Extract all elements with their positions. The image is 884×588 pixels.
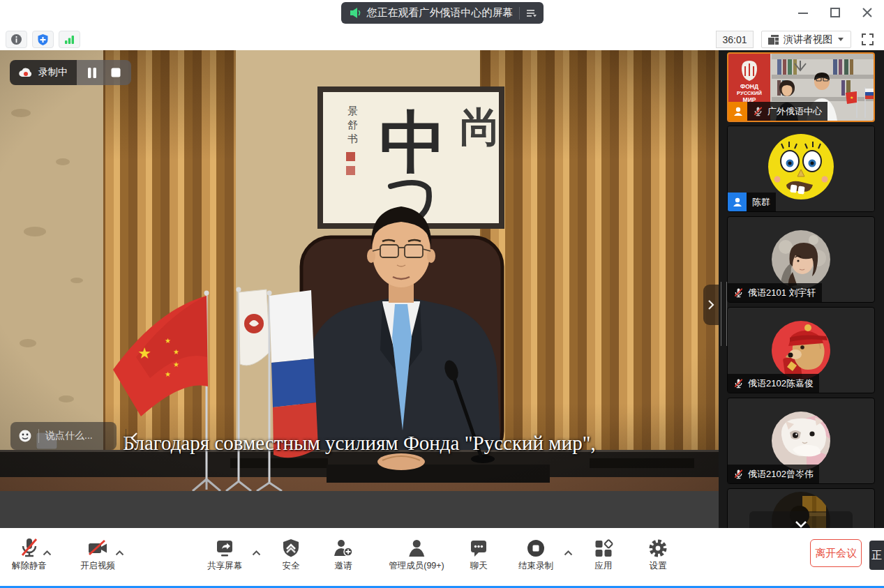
cloud-recording-icon — [19, 68, 33, 78]
security-shield-icon — [282, 536, 300, 558]
banner-menu-icon[interactable] — [525, 8, 538, 19]
participant-tile[interactable]: 陈群 — [727, 126, 875, 212]
chevron-down-icon — [795, 520, 807, 528]
mic-muted-icon — [20, 536, 39, 558]
security-button[interactable]: 安全 — [282, 536, 300, 572]
sidebar-collapse-handle[interactable] — [703, 285, 719, 325]
stop-record-icon — [526, 536, 546, 558]
minimize-button[interactable] — [796, 6, 810, 20]
participants-sidebar: ★ ФОНД РУССКИЙ МИР — [719, 50, 884, 528]
participant-tile[interactable]: 俄语2101 刘宇轩 — [727, 216, 875, 303]
control-bar: 解除静音 开启视频 共享屏幕 — [0, 528, 884, 586]
stop-recording-button[interactable] — [105, 63, 127, 82]
share-screen-button[interactable]: 共享屏幕 — [207, 536, 242, 572]
chevron-left-icon — [130, 432, 138, 444]
recording-label: 录制中 — [38, 66, 68, 79]
screen-share-speaker-icon — [350, 7, 361, 19]
main-video-stage: 中 尚 景 舒 书 — [0, 50, 719, 491]
security-shield-button[interactable] — [32, 31, 54, 48]
view-mode-button[interactable]: 演讲者视图 — [761, 31, 851, 48]
apps-button[interactable]: 应用 — [594, 536, 613, 572]
cat-photo-avatar — [772, 412, 830, 470]
layout-icon — [768, 35, 779, 45]
recording-indicator: 录制中 — [10, 60, 131, 85]
video-options-chevron[interactable] — [115, 546, 124, 559]
start-video-button[interactable]: 开启视频 — [80, 536, 115, 572]
participant-name: 俄语2102陈嘉俊 — [748, 377, 814, 390]
chat-button[interactable]: 聊天 — [469, 536, 488, 572]
info-icon — [10, 33, 22, 45]
unmute-button[interactable]: 解除静音 — [12, 536, 47, 572]
video-letterbox — [0, 491, 719, 528]
partial-overlay: 正 — [869, 541, 884, 570]
member-badge — [728, 193, 747, 211]
sidebar-drag-handle[interactable] — [721, 282, 727, 346]
host-badge — [728, 102, 747, 121]
meeting-info-button[interactable] — [6, 31, 27, 48]
watching-screen-text: 您正在观看广外俄语中心的屏幕 — [367, 6, 514, 20]
signal-bars-icon — [63, 34, 75, 45]
participant-name: 俄语2101 刘宇轩 — [748, 287, 816, 299]
close-button[interactable] — [860, 6, 874, 20]
doge-avatar — [772, 321, 830, 379]
window-controls — [796, 6, 874, 20]
pause-icon — [87, 68, 97, 78]
fullscreen-icon — [860, 32, 875, 47]
window-titlebar: 您正在观看广外俄语中心的屏幕 — [0, 0, 884, 28]
network-quality-button[interactable] — [59, 31, 80, 48]
chat-placeholder: 说点什么... — [45, 430, 93, 442]
participant-tile[interactable]: 俄语2102曾岑伟 — [727, 398, 875, 484]
mic-muted-icon — [733, 287, 744, 298]
share-options-chevron[interactable] — [252, 546, 261, 559]
person-icon — [733, 106, 744, 117]
foundation-logo-line: ФОНД — [734, 83, 765, 90]
invite-button[interactable]: 邀请 — [333, 536, 354, 572]
invite-person-icon — [333, 536, 354, 558]
camera-off-icon — [87, 536, 108, 558]
meeting-timer: 36:01 — [716, 31, 754, 48]
view-mode-label: 演讲者视图 — [784, 33, 832, 46]
participant-name: 广外俄语中心 — [767, 105, 822, 118]
mic-muted-icon — [753, 106, 763, 116]
shield-plus-icon — [37, 33, 49, 46]
participant-tile[interactable] — [727, 488, 875, 528]
person-icon — [732, 197, 743, 208]
apps-grid-icon — [594, 536, 613, 558]
end-recording-button[interactable]: 结束录制 — [518, 536, 553, 572]
watching-screen-banner: 您正在观看广外俄语中心的屏幕 — [341, 2, 544, 24]
emoji-smiley-icon[interactable] — [18, 429, 32, 443]
stop-icon — [111, 68, 121, 77]
fullscreen-button[interactable] — [859, 31, 876, 48]
participant-name: 俄语2102曾岑伟 — [748, 468, 814, 481]
chevron-down-icon — [837, 37, 844, 42]
mic-muted-icon — [733, 378, 744, 389]
participant-tile[interactable]: 俄语2102陈嘉俊 — [727, 307, 875, 393]
chat-input[interactable]: 说点什么... — [10, 422, 117, 450]
chevron-right-icon — [707, 299, 714, 310]
settings-button[interactable]: 设置 — [648, 536, 668, 572]
unmute-options-chevron[interactable] — [43, 546, 52, 559]
caption-collapse-control[interactable] — [126, 429, 138, 447]
girl-photo-avatar — [772, 230, 830, 289]
gear-icon — [648, 536, 668, 558]
share-screen-icon — [214, 536, 235, 558]
pause-recording-button[interactable] — [81, 63, 103, 82]
maximize-button[interactable] — [828, 6, 842, 20]
chat-bubble-icon — [469, 536, 488, 558]
participant-name: 陈群 — [752, 196, 770, 209]
mic-muted-icon — [733, 469, 744, 479]
foundation-logo-line: РУССКИЙ — [734, 90, 765, 96]
manage-members-button[interactable]: 管理成员(99+) — [389, 536, 444, 572]
recording-options-chevron[interactable] — [564, 546, 573, 559]
participant-tile[interactable]: ★ ФОНД РУССКИЙ МИР — [727, 52, 875, 122]
meeting-toolbar: 36:01 演讲者视图 — [0, 28, 884, 50]
svg-text:★: ★ — [850, 96, 853, 100]
members-person-icon — [407, 536, 426, 558]
scroll-down-button[interactable] — [749, 511, 853, 528]
leave-meeting-button[interactable]: 离开会议 — [810, 539, 862, 567]
